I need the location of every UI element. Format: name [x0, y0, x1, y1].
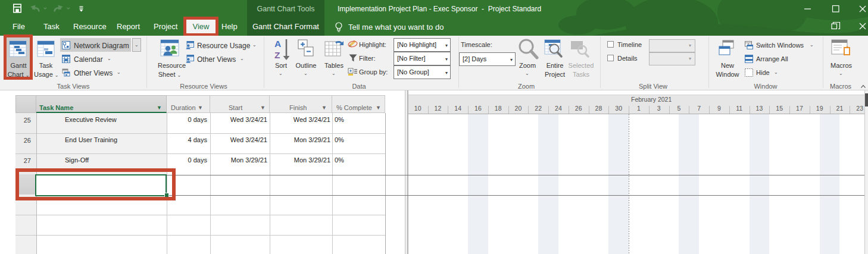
svg-text:A: A: [274, 39, 281, 49]
svg-text:Z: Z: [274, 50, 280, 60]
